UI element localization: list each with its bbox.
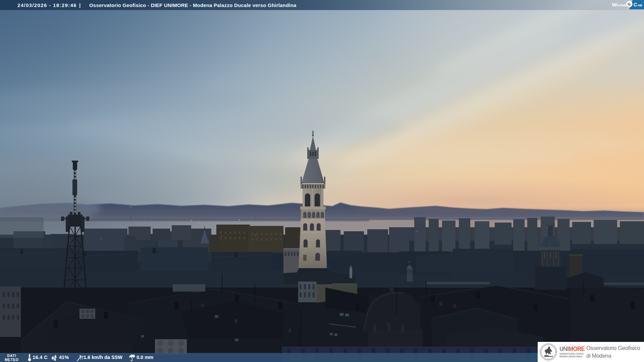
svg-text:W: W: [612, 2, 617, 7]
svg-text:EATHER: EATHER: [617, 4, 628, 7]
svg-text:1175: 1175: [547, 358, 550, 360]
svg-text:AM: AM: [638, 4, 642, 7]
svg-text:C: C: [634, 2, 637, 7]
